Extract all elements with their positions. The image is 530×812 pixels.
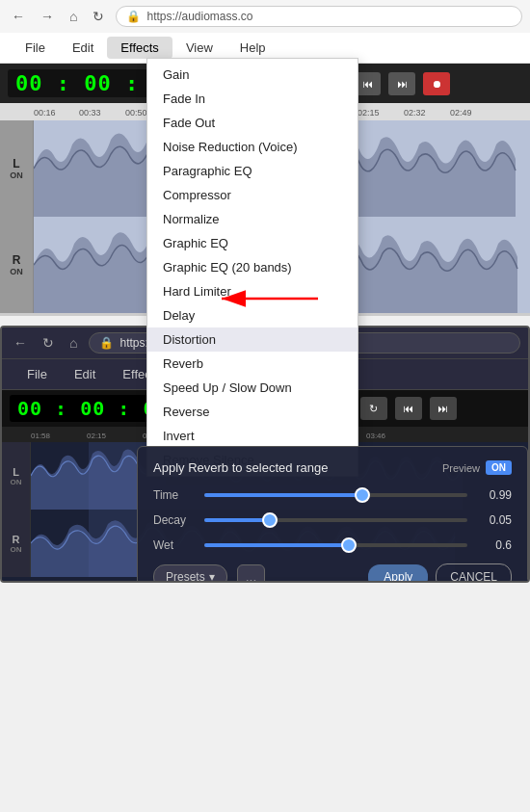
- reverb-footer: Presets ▾ ... Apply CANCEL: [153, 563, 512, 581]
- home-button[interactable]: ⌂: [66, 7, 81, 26]
- preview-state: ON: [486, 460, 512, 475]
- decay-label: Decay: [153, 513, 197, 527]
- effect-hard-limiter[interactable]: Hard Limiter: [147, 279, 358, 303]
- dots-button[interactable]: ...: [237, 564, 266, 581]
- back-button-bottom[interactable]: ←: [10, 333, 31, 353]
- effect-reverse[interactable]: Reverse: [147, 400, 358, 424]
- time-slider-track[interactable]: [204, 493, 467, 497]
- presets-button[interactable]: Presets ▾: [153, 564, 227, 581]
- browser-nav-bar: ← → ⌂ ↻ 🔒 https://audiomass.co: [0, 0, 530, 33]
- effect-speed-slow[interactable]: Speed Up / Slow Down: [147, 376, 358, 400]
- effect-paragraphic-eq[interactable]: Paragraphic EQ: [147, 159, 358, 183]
- svg-text:02:15: 02:15: [358, 108, 380, 118]
- forward-button[interactable]: →: [37, 7, 58, 26]
- track-L-label-bottom: L ON: [2, 442, 31, 510]
- effect-reverb[interactable]: Reverb: [147, 352, 358, 376]
- url-text: https://audiomass.co: [146, 10, 252, 23]
- lock-icon-bottom: 🔒: [99, 336, 114, 350]
- decay-slider-thumb[interactable]: [262, 512, 278, 528]
- address-bar[interactable]: 🔒 https://audiomass.co: [116, 6, 522, 27]
- decay-slider-row: Decay 0.05: [153, 513, 512, 527]
- time-slider-row: Time 0.99: [153, 488, 512, 502]
- wet-slider-thumb[interactable]: [341, 537, 357, 553]
- wet-value: 0.6: [475, 538, 512, 552]
- skip-back-bottom[interactable]: ⏮: [395, 397, 422, 420]
- track-R-label-bottom: R ON: [2, 510, 31, 577]
- effect-compressor[interactable]: Compressor: [147, 183, 358, 207]
- wet-slider-fill: [204, 543, 349, 547]
- preview-toggle[interactable]: Preview ON: [442, 460, 512, 475]
- decay-slider-track[interactable]: [204, 518, 467, 522]
- wet-label: Wet: [153, 538, 197, 552]
- svg-text:01:58: 01:58: [31, 432, 51, 440]
- effect-normalize[interactable]: Normalize: [147, 207, 358, 231]
- reverb-header: Apply Reverb to selected range Preview O…: [153, 460, 512, 475]
- footer-right: Apply CANCEL: [368, 563, 512, 581]
- effect-fade-out[interactable]: Fade Out: [147, 111, 358, 135]
- effect-invert[interactable]: Invert: [147, 424, 358, 448]
- track-R-label: R ON: [0, 217, 34, 313]
- time-slider-fill: [204, 493, 362, 497]
- wet-slider-track[interactable]: [204, 543, 467, 547]
- chevron-down-icon: ▾: [209, 570, 215, 581]
- home-button-bottom[interactable]: ⌂: [66, 333, 81, 353]
- record-button-top[interactable]: ⏺: [423, 72, 450, 95]
- reverb-title: Apply Reverb to selected range: [153, 460, 328, 475]
- svg-text:02:15: 02:15: [87, 432, 107, 440]
- effect-noise-reduction[interactable]: Noise Reduction (Voice): [147, 135, 358, 159]
- effect-gain[interactable]: Gain: [147, 63, 358, 87]
- reverb-dialog: Apply Reverb to selected range Preview O…: [137, 446, 528, 581]
- reload-button[interactable]: ↻: [89, 7, 108, 26]
- decay-value: 0.05: [475, 513, 512, 527]
- cancel-button[interactable]: CANCEL: [436, 563, 512, 581]
- menu-file-bottom[interactable]: File: [13, 363, 61, 385]
- menu-view[interactable]: View: [172, 37, 226, 59]
- menu-edit[interactable]: Edit: [59, 37, 107, 59]
- decay-slider-fill: [204, 518, 270, 522]
- effect-distortion[interactable]: Distortion: [147, 327, 358, 352]
- reload-button-bottom[interactable]: ↻: [39, 333, 58, 353]
- effects-dropdown: Gain Fade In Fade Out Noise Reduction (V…: [146, 58, 358, 477]
- svg-text:02:32: 02:32: [404, 108, 426, 118]
- effect-graphic-eq[interactable]: Graphic EQ: [147, 231, 358, 255]
- svg-text:00:33: 00:33: [79, 108, 101, 118]
- effect-graphic-eq-20[interactable]: Graphic EQ (20 bands): [147, 255, 358, 279]
- track-L-label: L ON: [0, 120, 34, 217]
- menu-effects[interactable]: Effects: [107, 37, 172, 59]
- svg-text:00:50: 00:50: [125, 108, 147, 118]
- skip-forward-bottom[interactable]: ⏭: [430, 397, 457, 420]
- loop-button-bottom[interactable]: ↻: [360, 397, 387, 420]
- effect-delay[interactable]: Delay: [147, 303, 358, 327]
- lock-icon: 🔒: [126, 10, 141, 23]
- svg-text:00:16: 00:16: [34, 108, 56, 118]
- time-slider-thumb[interactable]: [355, 487, 370, 503]
- time-label: Time: [153, 488, 197, 502]
- wet-slider-row: Wet 0.6: [153, 538, 512, 552]
- svg-text:02:49: 02:49: [450, 108, 472, 118]
- apply-button[interactable]: Apply: [368, 564, 428, 581]
- waveform-area-bottom: 01:58 02:15 02:32 02:49 03:06 03:23 03:4…: [2, 427, 528, 581]
- back-button[interactable]: ←: [8, 7, 29, 26]
- presets-label: Presets: [166, 570, 205, 581]
- time-value: 0.99: [475, 488, 512, 502]
- effect-fade-in[interactable]: Fade In: [147, 87, 358, 111]
- footer-left: Presets ▾ ...: [153, 564, 265, 581]
- menu-help[interactable]: Help: [226, 37, 279, 59]
- svg-text:03:46: 03:46: [366, 432, 386, 440]
- fast-forward-button-top[interactable]: ⏭: [388, 72, 415, 95]
- preview-label: Preview: [442, 462, 480, 474]
- menu-edit-bottom[interactable]: Edit: [61, 363, 109, 385]
- menu-file[interactable]: File: [12, 37, 59, 59]
